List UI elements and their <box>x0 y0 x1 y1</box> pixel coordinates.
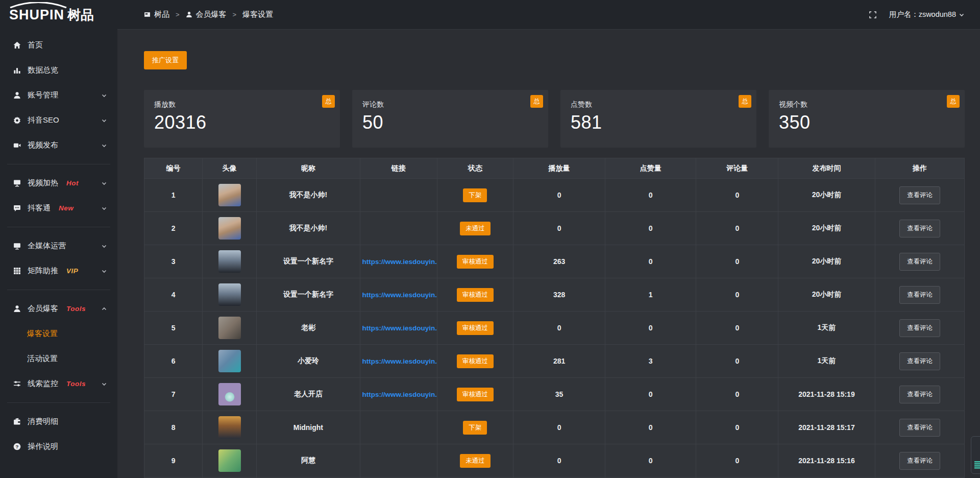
video-link[interactable]: https://www.iesdouyin.c <box>360 324 437 332</box>
sidebar-subitem-baoke-settings[interactable]: 爆客设置 <box>0 321 117 346</box>
chevron-down-icon <box>101 117 107 124</box>
view-comments-button[interactable]: 查看评论 <box>899 386 940 403</box>
cell-action: 查看评论 <box>875 278 964 312</box>
hot-tag: Hot <box>66 179 79 187</box>
cell-plays: 0 <box>513 212 605 245</box>
avatar <box>218 416 241 439</box>
topbar-right: 用户名：zswodun88 <box>869 10 965 19</box>
sidebar-item-douyin-seo[interactable]: 抖音SEO <box>0 108 117 133</box>
cell-comments: 0 <box>696 179 778 212</box>
cell-link: https://www.iesdouyin.c <box>360 278 437 312</box>
stat-cards: 播放数 20316 总 评论数 50 总 点赞数 581 总 视频个数 350 … <box>144 90 965 148</box>
cell-id: 3 <box>144 245 203 278</box>
cell-likes: 3 <box>605 345 696 378</box>
cell-action: 查看评论 <box>875 345 964 378</box>
divider <box>7 227 110 227</box>
sidebar-item-consumption-details[interactable]: 消费明细 <box>0 409 117 434</box>
monitor-icon <box>13 242 21 250</box>
view-comments-button[interactable]: 查看评论 <box>899 419 940 437</box>
bar-chart-icon <box>13 66 21 74</box>
breadcrumb-separator: > <box>176 11 180 18</box>
fullscreen-icon[interactable] <box>869 11 877 19</box>
cell-id: 8 <box>144 411 203 444</box>
video-link[interactable]: https://www.iesdouyin.c <box>360 357 437 365</box>
breadcrumb-separator: > <box>233 11 237 18</box>
sidebar-item-douketong[interactable]: 抖客通 New <box>0 196 117 221</box>
video-link[interactable]: https://www.iesdouyin.c <box>360 258 437 266</box>
cell-comments: 0 <box>696 444 778 477</box>
video-link[interactable]: https://www.iesdouyin.c <box>360 391 437 398</box>
sidebar-item-instructions[interactable]: ? 操作说明 <box>0 434 117 459</box>
divider <box>7 290 110 290</box>
floating-widget[interactable] <box>971 436 980 474</box>
view-comments-button[interactable]: 查看评论 <box>899 319 940 337</box>
sidebar-item-clue-monitoring[interactable]: 线索监控 Tools <box>0 371 117 396</box>
video-table: 编号 头像 昵称 链接 状态 播放量 点赞量 评论量 <box>144 158 965 478</box>
table-row: 3 设置一个新名字 https://www.iesdouyin.c 审核通过 2… <box>144 245 965 278</box>
sidebar-item-video-heating[interactable]: 视频加热 Hot <box>0 171 117 196</box>
username-label: 用户名：zswodun88 <box>889 10 956 19</box>
sidebar-item-data-overview[interactable]: 数据总览 <box>0 58 117 83</box>
cell-action: 查看评论 <box>875 411 964 444</box>
chevron-up-icon <box>101 306 107 312</box>
cell-time: 20小时前 <box>778 179 875 212</box>
sidebar-item-all-media-operation[interactable]: 全媒体运营 <box>0 233 117 258</box>
column-header: 播放量 <box>513 158 605 179</box>
cell-action: 查看评论 <box>875 179 964 212</box>
chevron-down-icon <box>101 180 107 186</box>
cell-nickname: 小爱玲 <box>257 345 360 378</box>
grid-icon <box>13 267 21 275</box>
column-header: 发布时间 <box>778 158 875 179</box>
stat-label: 点赞数 <box>571 100 756 109</box>
status-badge: 未通过 <box>460 222 491 235</box>
view-comments-button[interactable]: 查看评论 <box>899 286 940 304</box>
user-menu[interactable]: 用户名：zswodun88 <box>889 10 965 19</box>
sidebar-item-account-management[interactable]: 账号管理 <box>0 83 117 108</box>
chat-bubble-icon <box>13 204 21 212</box>
chevron-down-icon <box>101 142 107 149</box>
view-comments-button[interactable]: 查看评论 <box>899 452 940 470</box>
cell-likes: 0 <box>605 411 696 444</box>
cell-link: https://www.iesdouyin.c <box>360 345 437 378</box>
cell-plays: 35 <box>513 378 605 411</box>
chevron-down-icon <box>101 243 107 249</box>
cell-likes: 0 <box>605 212 696 245</box>
view-comments-button[interactable]: 查看评论 <box>899 352 940 370</box>
view-comments-button[interactable]: 查看评论 <box>899 220 940 237</box>
breadcrumb-member-baoke[interactable]: 会员爆客 <box>186 10 227 19</box>
stacked-bars-icon <box>974 461 980 470</box>
sidebar-item-home[interactable]: 首页 <box>0 33 117 58</box>
cell-time: 1天前 <box>778 345 875 378</box>
breadcrumb-home[interactable]: 树品 <box>144 10 169 19</box>
cell-nickname: 老人开店 <box>257 378 360 411</box>
stat-card-plays: 播放数 20316 总 <box>144 90 340 148</box>
cell-id: 9 <box>144 444 203 477</box>
sidebar-item-member-baoke[interactable]: 会员爆客 Tools <box>0 296 117 321</box>
view-comments-button[interactable]: 查看评论 <box>899 186 940 204</box>
status-badge: 下架 <box>463 421 487 435</box>
sidebar: SHUPIN 树品 首页 数据总览 账号管理 抖音SEO 视频发布 <box>0 0 117 478</box>
column-header: 状态 <box>437 158 513 179</box>
video-link[interactable]: https://www.iesdouyin.c <box>360 291 437 299</box>
sidebar-subitem-activity-settings[interactable]: 活动设置 <box>0 346 117 371</box>
status-badge: 审核通过 <box>457 288 494 302</box>
wallet-icon <box>13 418 21 425</box>
table-row: 2 我不是小帅! 未通过 0 0 0 <box>144 212 965 245</box>
cell-action: 查看评论 <box>875 378 964 411</box>
cell-status: 审核通过 <box>437 345 513 378</box>
column-header: 操作 <box>875 158 964 179</box>
column-header: 头像 <box>203 158 257 179</box>
chevron-down-icon <box>101 381 107 387</box>
cell-comments: 0 <box>696 378 778 411</box>
cell-link: https://www.iesdouyin.c <box>360 312 437 345</box>
cell-avatar <box>203 312 257 345</box>
view-comments-button[interactable]: 查看评论 <box>899 253 940 271</box>
stat-card-comments: 评论数 50 总 <box>352 90 548 148</box>
sidebar-item-video-publish[interactable]: 视频发布 <box>0 133 117 158</box>
sidebar-item-matrix-boost[interactable]: 矩阵助推 VIP <box>0 258 117 283</box>
promotion-settings-button[interactable]: 推广设置 <box>144 51 187 69</box>
cell-link <box>360 444 437 477</box>
cell-link <box>360 179 437 212</box>
status-badge: 审核通过 <box>457 354 494 368</box>
column-header: 点赞量 <box>605 158 696 179</box>
